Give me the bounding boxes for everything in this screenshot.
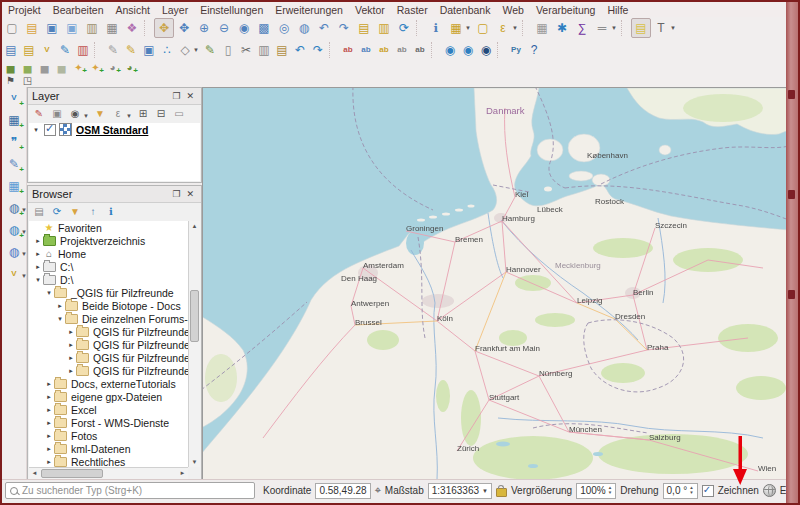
help-button[interactable]: ?	[525, 40, 543, 60]
map-canvas[interactable]: DanmarkKøbenhavnKielLübeckRostockSzczeci…	[202, 87, 788, 481]
browser-item[interactable]: ▾Die einzelnen Forums-Beiträge	[29, 312, 188, 325]
raster-local-cumulative-button[interactable]: ▅	[53, 61, 70, 75]
raster-local-histogram-button[interactable]: ▅	[36, 61, 53, 75]
float-panel-icon[interactable]: ❐	[169, 91, 183, 101]
add-vector-layer-button[interactable]: V+	[4, 88, 24, 108]
browser-item[interactable]: ▸Fotos	[29, 429, 188, 442]
scrollbar-thumb[interactable]	[190, 290, 199, 342]
scale-combobox[interactable]: 1:3163363▼	[428, 483, 492, 499]
menu-item-ansicht[interactable]: Ansicht	[109, 4, 155, 16]
browser-item[interactable]: ▸kml-Datenen	[29, 442, 188, 455]
identify-features-button[interactable]: ℹ	[426, 18, 446, 38]
crs-globe-icon[interactable]	[763, 484, 776, 497]
new-project-button[interactable]: ▢	[2, 18, 22, 38]
copy-canvas-extent-button[interactable]: ◳	[19, 74, 36, 88]
collapse-all-button[interactable]: ⊟	[152, 106, 170, 123]
browser-item[interactable]: ▸Rechtliches	[29, 455, 188, 467]
dropdown-icon[interactable]: ▼	[193, 47, 199, 53]
raster-cumulative-stretch-button[interactable]: ▅	[19, 61, 36, 75]
current-edits-button[interactable]: ✎	[104, 40, 122, 60]
raster-style-button[interactable]: ✎	[56, 40, 74, 60]
highlight-labels-button[interactable]: ab	[375, 40, 393, 60]
layout-manager-button[interactable]: ▦	[102, 18, 122, 38]
new-spatialite-layer-button[interactable]: ✦+	[87, 61, 104, 75]
scroll-down-icon[interactable]: ▼	[189, 457, 200, 467]
new-bookmark-button[interactable]: ▤	[354, 18, 374, 38]
locator-search-input[interactable]: Zu suchender Typ (Strg+K)	[5, 482, 255, 499]
save-project-as-button[interactable]: ▣	[62, 18, 82, 38]
map-tips-button[interactable]: ▤	[631, 18, 651, 38]
layer-checkbox[interactable]	[44, 124, 56, 136]
browser-horizontal-scrollbar[interactable]: ◄ ►	[29, 467, 188, 479]
toggle-editing-button[interactable]: ✎	[122, 40, 140, 60]
refresh-map-button[interactable]: ⟳	[394, 18, 414, 38]
dropdown-icon[interactable]: ▼	[670, 25, 676, 31]
expander-icon[interactable]: ▸	[66, 328, 76, 336]
properties-widget-button[interactable]: ℹ	[102, 204, 120, 221]
add-vector-style-button[interactable]: V	[38, 40, 56, 60]
browser-item[interactable]: ▾D:\	[29, 273, 188, 286]
expander-icon[interactable]: ▸	[44, 419, 54, 427]
menu-item-layer[interactable]: Layer	[156, 4, 194, 16]
statistical-summary-button[interactable]: ∑	[572, 18, 592, 38]
filter-by-expression-button[interactable]: ε▼	[109, 106, 127, 123]
zoom-last-button[interactable]: ↶	[314, 18, 334, 38]
python-console-button[interactable]: Py	[507, 40, 525, 60]
browser-item[interactable]: ▸QGIS für Pilzfreunde Teil 3 –	[29, 351, 188, 364]
expander-icon[interactable]: ▸	[44, 380, 54, 388]
expander-icon[interactable]: ▸	[44, 458, 54, 466]
modify-attributes-button[interactable]: ✎	[201, 40, 219, 60]
browser-item[interactable]: ▸Docs, externeTutorials	[29, 377, 188, 390]
render-checkbox[interactable]	[702, 485, 714, 497]
refresh-browser-button[interactable]: ⟳	[48, 204, 66, 221]
menu-item-vektor[interactable]: Vektor	[349, 4, 391, 16]
menu-item-raster[interactable]: Raster	[391, 4, 434, 16]
scroll-left-icon[interactable]: ◄	[29, 468, 40, 479]
cut-features-button[interactable]: ✂	[237, 40, 255, 60]
select-by-expression-button[interactable]: ε▼	[493, 18, 513, 38]
expander-icon[interactable]: ▸	[44, 432, 54, 440]
filter-legend-button[interactable]: ▼	[91, 106, 109, 123]
magnifier-spinbox[interactable]: 100%▲▼	[576, 483, 616, 499]
add-wms-layer-button[interactable]: ◍+▼	[4, 198, 24, 218]
zoom-out-button[interactable]: ⊖	[214, 18, 234, 38]
zoom-full-button[interactable]: ▩	[254, 18, 274, 38]
menu-item-projekt[interactable]: Projekt	[2, 4, 47, 16]
expander-icon[interactable]: ▸	[44, 406, 54, 414]
browser-item[interactable]: ▸QGIS für Pilzfreunde Teil 4 –	[29, 364, 188, 377]
expander-icon[interactable]: ▸	[66, 367, 76, 375]
scrollbar-thumb[interactable]	[41, 469, 103, 478]
save-layer-edits-button[interactable]: ▣	[140, 40, 158, 60]
paste-features-button[interactable]: ▤	[273, 40, 291, 60]
style-manager-button[interactable]: ❖	[122, 18, 142, 38]
add-raster-layer-button[interactable]: ▦+	[4, 110, 24, 130]
open-project-button[interactable]: ▤	[22, 18, 42, 38]
zoom-in-button[interactable]: ⊕	[194, 18, 214, 38]
pan-to-selection-button[interactable]: ✥	[174, 18, 194, 38]
undo-button[interactable]: ↶	[291, 40, 309, 60]
add-spatialite-layer-button[interactable]: ✎+	[4, 154, 24, 174]
expander-icon[interactable]: ▸	[44, 393, 54, 401]
show-hide-labels-button[interactable]: ab	[411, 40, 429, 60]
add-postgis-layer-button[interactable]: ▦+	[4, 176, 24, 196]
browser-item[interactable]: ★Favoriten	[29, 221, 188, 234]
expand-all-button[interactable]: ⊞	[134, 106, 152, 123]
browser-item[interactable]: ▸C:\	[29, 260, 188, 273]
browser-item[interactable]: ▸Excel	[29, 403, 188, 416]
scroll-up-icon[interactable]: ▲	[189, 221, 200, 231]
vertex-tool-button[interactable]: ◇▼	[176, 40, 194, 60]
deselect-features-button[interactable]: ▢	[473, 18, 493, 38]
browser-item[interactable]: ▸⌂Home	[29, 247, 188, 260]
show-bookmarks-button[interactable]: ▥	[374, 18, 394, 38]
menu-item-hilfe[interactable]: Hilfe	[601, 4, 634, 16]
processing-toolbox-button[interactable]: ✱	[552, 18, 572, 38]
close-panel-icon[interactable]: ✕	[183, 189, 197, 199]
layer-diagram-button[interactable]: ab	[357, 40, 375, 60]
close-panel-icon[interactable]: ✕	[183, 91, 197, 101]
filter-browser-button[interactable]: ▼	[66, 204, 84, 221]
raster-stretch-histogram-button[interactable]: ▅	[2, 61, 19, 75]
expander-icon[interactable]: ▾	[55, 315, 65, 323]
menu-item-verarbeitung[interactable]: Verarbeitung	[530, 4, 602, 16]
dropdown-icon[interactable]: ▼	[512, 25, 518, 31]
new-virtual-layer-button[interactable]: ◕+	[121, 61, 138, 75]
